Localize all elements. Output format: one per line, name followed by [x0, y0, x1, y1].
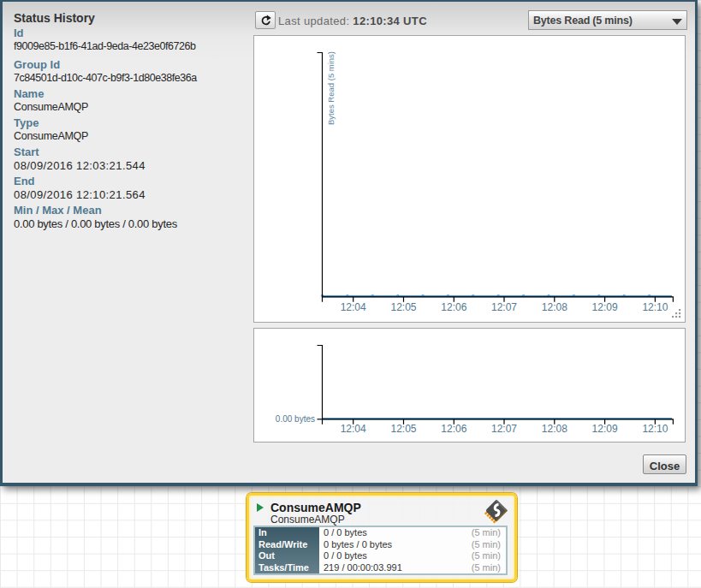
svg-text:12:07: 12:07 — [491, 301, 517, 313]
svg-text:12:06: 12:06 — [441, 301, 466, 313]
svg-text:0.00 bytes: 0.00 bytes — [276, 414, 315, 424]
svg-text:12:05: 12:05 — [390, 301, 416, 313]
svg-text:12:04: 12:04 — [341, 301, 366, 313]
svg-text:Bytes Read (5 mins): Bytes Read (5 mins) — [326, 51, 336, 125]
svg-text:12:07: 12:07 — [491, 423, 517, 435]
svg-text:12:09: 12:09 — [592, 423, 618, 435]
svg-text:12:08: 12:08 — [542, 423, 567, 435]
svg-text:12:10: 12:10 — [642, 423, 668, 435]
svg-text:12:06: 12:06 — [441, 423, 466, 435]
svg-text:12:04: 12:04 — [341, 423, 366, 435]
svg-text:12:09: 12:09 — [592, 301, 618, 313]
svg-text:12:05: 12:05 — [390, 423, 416, 435]
svg-text:12:08: 12:08 — [542, 301, 567, 313]
svg-text:12:10: 12:10 — [642, 301, 668, 313]
